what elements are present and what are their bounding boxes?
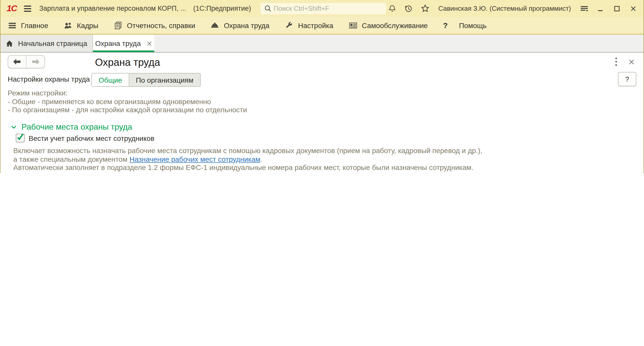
menu-item-self-service[interactable]: Самообслуживание [349, 21, 428, 30]
home-icon [6, 40, 14, 47]
menu-item-label: Охрана труда [224, 21, 270, 29]
application-window: 1С Зарплата и управление персоналом КОРП… [0, 0, 644, 173]
menu-item-label: Самообслуживание [362, 21, 428, 29]
sections-panel: Главное Кадры Отчетность, справки Охрана… [1, 17, 643, 35]
global-search-input[interactable] [272, 4, 383, 13]
checkbox-workplace-accounting[interactable] [16, 134, 25, 142]
description-line: а также специальным документом Назначени… [13, 155, 482, 163]
workplace-assignment-link[interactable]: Назначение рабочих мест сотрудникам [129, 155, 260, 163]
display-settings-icon[interactable] [578, 2, 590, 15]
checkbox-row-workplace-accounting: Вести учет рабочих мест сотрудников [16, 134, 154, 142]
favorites-star-icon[interactable] [419, 2, 431, 15]
close-window-button[interactable] [627, 2, 639, 15]
page-title: Охрана труда [95, 57, 160, 68]
mode-description: Режим настройки: - Общие - применяется к… [8, 89, 247, 114]
menu-item-label: Главное [21, 21, 48, 29]
sections-icon [8, 21, 16, 30]
platform-label: (1С:Предприятие) [193, 5, 251, 12]
mode-line: Режим настройки: [8, 89, 247, 97]
global-search[interactable] [260, 3, 386, 14]
menu-item-help[interactable]: Помощь [459, 21, 486, 29]
menu-item-hr[interactable]: Кадры [64, 21, 98, 30]
text: . [260, 155, 262, 163]
maximize-button[interactable] [611, 2, 623, 15]
people-icon [64, 21, 72, 30]
titlebar-right-controls: Савинская З.Ю. (Системный программист) [386, 2, 639, 15]
toggle-general-button[interactable]: Общие [92, 73, 129, 86]
chevron-down-icon [10, 124, 17, 130]
back-button[interactable] [8, 56, 26, 68]
toggle-by-organization-button[interactable]: По организациям [129, 73, 200, 86]
tab-close-icon[interactable] [146, 41, 152, 46]
menu-item-labor-protection[interactable]: Охрана труда [211, 21, 270, 30]
close-form-icon[interactable] [627, 57, 636, 67]
checkbox-label: Вести учет рабочих мест сотрудников [29, 134, 154, 142]
menu-item-label: Отчетность, справки [127, 21, 195, 29]
form-labor-protection: Охрана труда Настройки охраны труда Общи… [1, 53, 643, 173]
tab-home-page[interactable]: Начальная страница [1, 35, 93, 52]
current-user[interactable]: Савинская З.Ю. (Системный программист) [438, 5, 571, 12]
mode-line: - Общие - применяется ко всем организаци… [8, 97, 247, 106]
description-line: Автоматически заполняет в подразделе 1.2… [13, 163, 482, 172]
workplaces-description: Включает возможность назначать рабочие м… [13, 146, 482, 172]
help-question-button[interactable]: ? [443, 21, 448, 30]
section-title: Рабочие места охраны труда [21, 122, 132, 132]
app-title: Зарплата и управление персоналом КОРП, .… [39, 5, 186, 12]
menu-item-reports[interactable]: Отчетность, справки [114, 21, 195, 30]
menu-item-label: Кадры [77, 21, 98, 29]
search-icon [263, 2, 272, 15]
title-bar: 1С Зарплата и управление персоналом КОРП… [1, 0, 643, 17]
navigation-buttons [8, 55, 45, 68]
settings-mode-label: Настройки охраны труда [8, 75, 90, 83]
more-actions-icon[interactable] [611, 57, 621, 67]
description-line: Включает возможность назначать рабочие м… [13, 146, 482, 155]
menu-item-settings[interactable]: Настройка [285, 21, 333, 30]
settings-mode-toggle: Общие По организациям [91, 73, 201, 87]
notifications-bell-icon[interactable] [386, 2, 398, 15]
mode-line: - По организациям - для настройки каждой… [8, 106, 247, 114]
tab-label: Начальная страница [18, 39, 87, 47]
documents-icon [114, 21, 122, 30]
open-windows-tabbar: Начальная страница Охрана труда [1, 35, 643, 53]
menu-item-label: Помощь [459, 21, 486, 29]
tab-labor-protection[interactable]: Охрана труда [93, 35, 154, 52]
minimize-button[interactable] [594, 2, 607, 15]
menu-item-label: Настройка [298, 21, 333, 29]
history-clock-icon[interactable] [402, 2, 415, 15]
id-card-icon [349, 21, 357, 30]
tab-label: Охрана труда [95, 39, 141, 47]
1c-logo: 1С [7, 3, 17, 14]
hard-hat-icon [211, 21, 219, 30]
forward-button[interactable] [26, 56, 44, 68]
help-button[interactable]: ? [618, 72, 636, 86]
menu-item-main[interactable]: Главное [8, 21, 48, 30]
wrench-icon [285, 21, 293, 30]
main-menu-icon[interactable] [24, 5, 31, 11]
text: а также специальным документом [13, 155, 129, 163]
section-header-workplaces[interactable]: Рабочие места охраны труда [10, 122, 132, 132]
